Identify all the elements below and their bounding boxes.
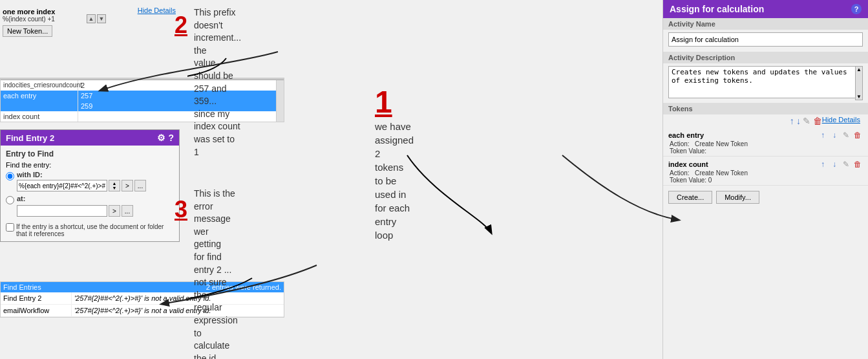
gear-icon[interactable]: ⚙ (157, 133, 165, 143)
anno2-number: 2 (175, 12, 187, 39)
find-entry-header: Find Entry 2 ⚙ ? (1, 130, 179, 146)
anno2-text: This prefix doesn't increment... thevalu… (194, 6, 241, 158)
token0-edit-icon[interactable]: ✎ (841, 130, 851, 140)
rp-token1-value: Token Value: 0 (670, 177, 863, 184)
id-expr-row: ▲ ▼ > ... (17, 180, 146, 191)
rp-textarea-container: Creates new tokens and updates the value… (668, 66, 863, 100)
at-input-row: > ... (17, 205, 133, 217)
rp-token-title-row-1: index count ↑ ↓ ✎ 🗑 (668, 159, 863, 169)
new-token-button[interactable]: New Token... (3, 25, 52, 37)
rp-token0-action: Action: Create New Token (670, 140, 863, 147)
question-icon[interactable]: ? (168, 133, 174, 143)
create-button[interactable]: Create... (668, 191, 712, 204)
cell-name: indocities_crriesroundcount (1, 80, 78, 91)
desc-scrollbar[interactable]: ▲ ▼ (855, 66, 863, 100)
token1-down-icon[interactable]: ↓ (829, 159, 840, 169)
rp-activity-desc-label: Activity Description (663, 52, 868, 63)
rp-buttons-row: Create... Modify... (663, 186, 868, 209)
token0-down-icon[interactable]: ↓ (829, 130, 840, 140)
token0-up-icon[interactable]: ↑ (818, 130, 828, 140)
rp-token-up-icon[interactable]: ↑ (790, 116, 794, 126)
shortcut-checkbox-row: If the entry is a shortcut, use the docu… (6, 223, 174, 237)
rp-token-title-row-0: each entry ↑ ↓ ✎ 🗑 (668, 130, 863, 140)
rp-hide-details-row: Hide Details ↑ ↓ ✎ 🗑 (663, 114, 868, 127)
arrow-down-btn[interactable]: ▼ (97, 14, 106, 23)
id-expr-input[interactable] (17, 180, 107, 191)
rp-tokens-label: Tokens (668, 105, 693, 113)
modify-button[interactable]: Modify... (716, 191, 759, 204)
rp-token-name-1: index count (668, 160, 708, 168)
rp-token0-value: Token Value: (670, 147, 863, 155)
rp-activity-name-input[interactable] (668, 32, 863, 47)
rp-token-icons-0: ↑ ↓ ✎ 🗑 (818, 130, 863, 140)
with-id-radio-row: with ID: ▲ ▼ > ... (6, 171, 174, 193)
rp-token-row-1: index count ↑ ↓ ✎ 🗑 Action: Create New T… (663, 157, 868, 186)
rp-tokens-section: Tokens Hide Details ↑ ↓ ✎ 🗑 each entry ↑… (663, 103, 868, 209)
right-panel: Assign for calculation ? Activity Name A… (662, 0, 868, 359)
rp-hide-details-link[interactable]: Hide Details (822, 116, 860, 124)
anno1-number: 1 (375, 84, 392, 120)
bt-header-col1: Find Entries (3, 283, 41, 291)
cell-name (1, 101, 78, 111)
token1-delete-icon[interactable]: 🗑 (852, 159, 863, 169)
at-greater-than-btn[interactable]: > (109, 205, 120, 217)
cell-name: each entry (1, 91, 78, 101)
rp-activity-name-label: Activity Name (663, 18, 868, 30)
shortcut-label: If the entry is a shortcut, use the docu… (16, 223, 174, 237)
arrow-up-btn[interactable]: ▲ (87, 14, 96, 23)
top-bar: Hide Details ▲ ▼ one more index %(index … (3, 3, 178, 37)
bt-cell-name-1: emailWorkflow (1, 305, 72, 316)
spinner-up-btn[interactable]: ▲ ▼ (109, 180, 120, 191)
rp-token-icons-1: ↑ ↓ ✎ 🗑 (818, 159, 863, 169)
with-id-radio[interactable] (6, 172, 14, 180)
cell-name: index count (1, 111, 78, 122)
rp-token1-action: Action: Create New Token (670, 169, 863, 177)
header-icons: ⚙ ? (157, 133, 174, 143)
arrow-buttons: ▲ ▼ (87, 14, 106, 23)
at-label: at: (17, 195, 25, 202)
anno3-number: 3 (175, 196, 187, 223)
at-label-container: at: > ... (17, 195, 133, 219)
anno3-text: This is the error message wer gettingfor… (194, 188, 238, 359)
greater-than-btn[interactable]: > (122, 180, 133, 191)
find-the-entry-label: Find the entry: (6, 161, 174, 169)
find-entry-panel: Find Entry 2 ⚙ ? Entry to Find Find the … (0, 129, 180, 242)
rp-header: Assign for calculation ? (663, 0, 868, 18)
annotation-arrows (187, 0, 653, 359)
anno1-text: we have assigned 2tokens to be used info… (375, 120, 414, 242)
at-input[interactable] (17, 205, 107, 217)
find-entry-body: Entry to Find Find the entry: with ID: ▲… (1, 146, 179, 241)
hide-details-link[interactable]: Hide Details (138, 6, 176, 14)
anno1-container: 1 we have assigned 2tokens to be used in… (375, 84, 392, 120)
scroll-up-btn[interactable]: ▲ (856, 67, 862, 72)
rp-token-name-0: each entry (668, 131, 704, 139)
rp-activity-desc-textarea[interactable]: Creates new tokens and updates the value… (668, 66, 863, 98)
bt-cell-name-0: Find Entry 2 (1, 292, 72, 304)
rp-token-row-0: each entry ↑ ↓ ✎ 🗑 Action: Create New To… (663, 127, 868, 157)
rp-token-edit-icon[interactable]: ✎ (803, 116, 810, 126)
at-ellipsis-btn[interactable]: ... (122, 205, 133, 217)
find-entry-title: Find Entry 2 (6, 133, 54, 143)
scroll-down-btn[interactable]: ▼ (856, 94, 862, 100)
shortcut-checkbox[interactable] (6, 223, 14, 232)
ellipsis-btn[interactable]: ... (134, 180, 146, 191)
token0-delete-icon[interactable]: 🗑 (852, 130, 863, 140)
at-radio-row: at: > ... (6, 195, 174, 219)
rp-title: Assign for calculation (670, 4, 764, 14)
at-radio[interactable] (6, 196, 14, 204)
token1-up-icon[interactable]: ↑ (818, 159, 828, 169)
rp-token-delete-icon[interactable]: 🗑 (813, 116, 822, 126)
rp-tokens-header: Tokens (663, 103, 868, 114)
rp-token-down-icon[interactable]: ↓ (796, 116, 801, 126)
center-annotation: This prefix doesn't increment... thevalu… (187, 0, 653, 359)
rp-question-icon[interactable]: ? (851, 4, 862, 14)
with-id-label: with ID: (17, 171, 43, 179)
token1-edit-icon[interactable]: ✎ (841, 159, 851, 169)
with-id-label-container: with ID: ▲ ▼ > ... (17, 171, 146, 193)
entry-to-find-label: Entry to Find (6, 149, 174, 158)
